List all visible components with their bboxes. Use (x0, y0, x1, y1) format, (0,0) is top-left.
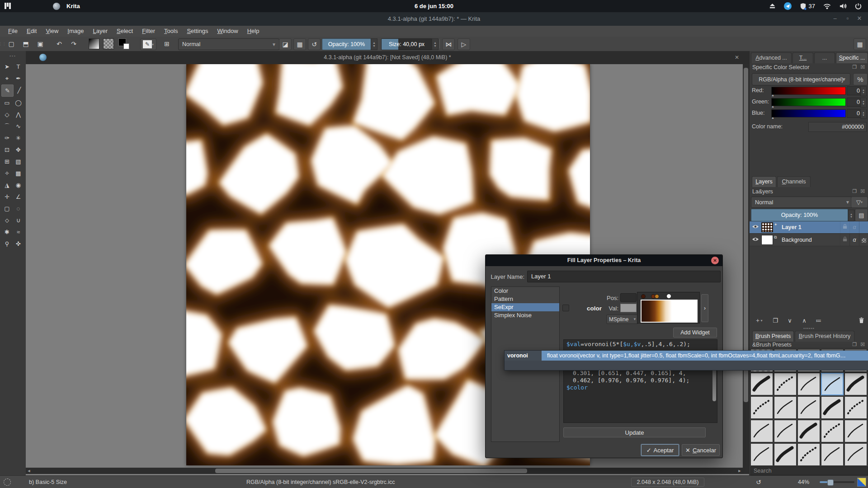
eject-icon[interactable] (769, 3, 776, 9)
docker-splitter-handle[interactable]: •••••• (750, 327, 868, 330)
preserve-alpha-button[interactable]: ▦ (293, 38, 306, 50)
brush-preset[interactable] (774, 443, 797, 465)
tool-elliptical-select[interactable]: ◌ (13, 203, 24, 214)
brush-preset[interactable] (797, 373, 820, 395)
autocomplete-suggestion[interactable]: voronoi float voronoi(vector v, int type… (505, 351, 868, 361)
generator-simplex-noise[interactable]: Simplex Noise (491, 311, 559, 319)
channel-spinner[interactable]: ▲▼ (860, 98, 867, 108)
widget-checkbox[interactable] (562, 305, 569, 311)
move-layer-down-button[interactable]: ∨ (784, 315, 796, 326)
close-docker-icon[interactable]: ☒ (860, 188, 865, 194)
pos-field[interactable] (620, 293, 637, 302)
brush-tab-brush-presets[interactable]: Brush Presets (752, 331, 794, 342)
update-button[interactable]: Update (563, 427, 706, 437)
tool-select-shapes[interactable]: ➤ (1, 61, 13, 72)
opacity-slider[interactable]: Opacity: 100% (322, 38, 371, 50)
tool-multibrush[interactable]: ✳ (13, 132, 24, 144)
channel-value[interactable]: 0 (847, 98, 862, 107)
percent-toggle-button[interactable]: % (853, 73, 868, 85)
save-button[interactable]: ▣ (34, 38, 46, 49)
gradient-stop-handle[interactable] (666, 294, 671, 299)
horizontal-scroll-thumb[interactable] (215, 469, 527, 473)
float-docker-icon[interactable]: ❐ (852, 188, 857, 194)
layer-filter-button[interactable]: ▽▾ (851, 197, 868, 208)
telegram-tray-icon[interactable] (784, 2, 792, 10)
tool-calligraphy[interactable]: ✒ (13, 73, 24, 84)
tool-freehand-path[interactable]: ∿ (13, 121, 24, 132)
tool-zoom[interactable]: ⚲ (1, 238, 13, 249)
wifi-icon[interactable] (823, 3, 831, 9)
brush-preset[interactable] (797, 420, 820, 442)
brush-preset[interactable] (797, 443, 820, 465)
tool-rectangle[interactable]: ▭ (1, 97, 13, 108)
delete-layer-button[interactable] (855, 315, 867, 326)
tool-ellipse[interactable]: ◯ (13, 97, 24, 108)
layer-name-input[interactable]: Layer 1 (527, 271, 721, 282)
channel-spinner[interactable]: ▲▼ (860, 109, 867, 119)
code-editor-scrollbar[interactable] (712, 369, 716, 401)
generator-seexpr[interactable]: SeExpr (491, 303, 559, 311)
tool-assistants[interactable]: ✛ (1, 191, 13, 202)
brush-tab-brush-preset-history[interactable]: Brush Preset History (795, 331, 854, 342)
shield-tray-icon[interactable] (800, 3, 807, 10)
redo-button[interactable]: ↷ (68, 38, 80, 49)
reset-rotation-icon[interactable]: ↺ (756, 476, 761, 488)
brush-preset[interactable] (750, 396, 773, 419)
layer-opacity-slider[interactable]: Opacity: 100% (751, 209, 848, 221)
toolbar-overflow-button[interactable]: ▦ (854, 38, 866, 50)
brush-preset[interactable] (821, 420, 844, 442)
duplicate-layer-button[interactable]: ❐ (769, 315, 781, 326)
layer-row[interactable]: ✦Layer 1α (750, 221, 868, 234)
zoom-mode-button[interactable] (857, 478, 866, 487)
layer-view-mode-button[interactable]: ▤ (855, 209, 868, 221)
size-slider[interactable]: Size: 40,00 px (381, 38, 432, 50)
color-name-field[interactable]: #000000 (808, 122, 867, 132)
menu-window[interactable]: Window (212, 26, 242, 37)
document-tab[interactable]: 4.3.1-alpha (git 144a9b7): [Not Saved] (… (26, 51, 749, 64)
add-widget-button[interactable]: Add Widget (673, 328, 717, 338)
tool-bezier-curve[interactable]: ⌒ (1, 121, 13, 132)
undo-button[interactable]: ↶ (53, 38, 65, 49)
alpha-lock-icon[interactable]: α (849, 221, 859, 233)
tool-polygon[interactable]: ◇ (1, 109, 13, 120)
menu-settings[interactable]: Settings (182, 26, 212, 37)
tool-crop[interactable]: ⊞ (1, 156, 13, 167)
brush-preset[interactable] (750, 373, 773, 395)
visibility-eye-icon[interactable] (750, 237, 761, 243)
menu-file[interactable]: File (4, 26, 22, 37)
brush-preset[interactable] (774, 396, 797, 419)
minimize-button[interactable]: – (830, 12, 840, 26)
color-model-combo[interactable]: RGB/Alpha (8-bit integer/channel)▼ (752, 73, 850, 85)
reload-preset-button[interactable]: ↺ (308, 38, 321, 50)
blending-mode-combo[interactable]: Normal▼ (178, 38, 279, 50)
scroll-left-icon[interactable]: ◄ (26, 468, 32, 474)
new-document-button[interactable]: ▢ (5, 38, 17, 49)
zoom-slider-handle[interactable] (827, 479, 834, 486)
workspace-chooser-button[interactable]: ⊞ (161, 38, 173, 49)
brush-preset[interactable] (821, 396, 844, 419)
channel-value[interactable]: 0 (847, 109, 862, 118)
horizontal-scrollbar[interactable]: ◄ ► (26, 468, 743, 474)
tool-pan[interactable]: ✜ (13, 238, 24, 249)
close-docker-icon[interactable]: ☒ (860, 64, 865, 70)
layer-opacity-spinner[interactable]: ▲▼ (848, 210, 854, 221)
volume-icon[interactable] (839, 3, 847, 9)
eraser-mode-button[interactable]: ◪ (279, 38, 292, 50)
layers-tab-channels[interactable]: Channels (777, 176, 811, 187)
interpolation-combo[interactable]: MSpline▼ (606, 314, 638, 324)
float-docker-icon[interactable]: ❐ (852, 342, 857, 347)
alpha-lock-icon[interactable]: α (849, 234, 859, 246)
layer-blend-mode-combo[interactable]: Normal▼ (751, 197, 853, 208)
generator-color[interactable]: Color (491, 287, 559, 295)
fg-bg-color-chooser[interactable] (118, 38, 129, 49)
brush-preset[interactable] (750, 443, 773, 465)
float-docker-icon[interactable]: ❐ (852, 64, 857, 70)
generator-pattern[interactable]: Pattern (491, 295, 559, 303)
brush-editor-button[interactable]: ✎▾ (140, 38, 156, 50)
layer-row[interactable]: ⧉Backgroundα (750, 234, 868, 246)
tool-polygonal-select[interactable]: ⬦ (1, 215, 13, 226)
expand-gradient-button[interactable]: › (701, 294, 708, 322)
brush-preset[interactable] (750, 420, 773, 442)
tool-fill[interactable]: ◉ (13, 179, 24, 191)
brush-search-input[interactable]: Search (750, 466, 868, 475)
